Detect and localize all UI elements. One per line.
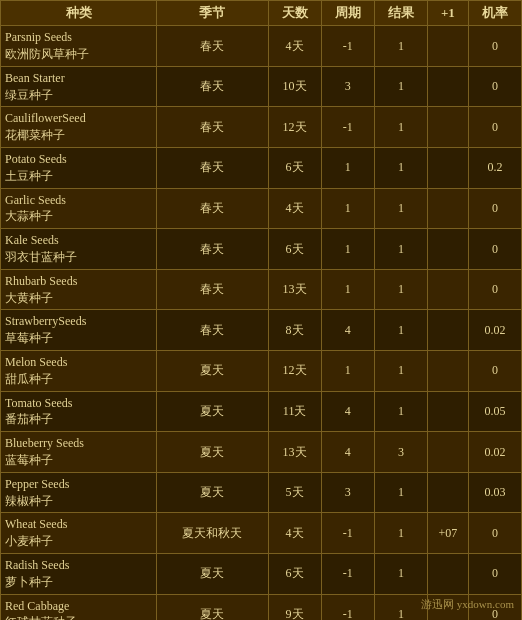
name-cn: 大蒜种子 — [5, 209, 53, 223]
cell-days: 12天 — [268, 107, 321, 148]
cell-cycle: -1 — [321, 553, 374, 594]
cell-season: 夏天 — [157, 553, 268, 594]
name-cn: 小麦种子 — [5, 534, 53, 548]
name-cn: 土豆种子 — [5, 169, 53, 183]
cell-name: Rhubarb Seeds大黄种子 — [1, 269, 157, 310]
table-row: Potato Seeds土豆种子春天6天110.2 — [1, 147, 522, 188]
name-en: Melon Seeds — [5, 355, 67, 369]
cell-result: 1 — [374, 147, 427, 188]
cell-plus1 — [428, 107, 469, 148]
name-en: Red Cabbage — [5, 599, 69, 613]
cell-cycle: 3 — [321, 66, 374, 107]
cell-result: 1 — [374, 66, 427, 107]
cell-plus1 — [428, 472, 469, 513]
header-season: 季节 — [157, 1, 268, 26]
cell-plus1 — [428, 391, 469, 432]
table-row: Pepper Seeds辣椒种子夏天5天310.03 — [1, 472, 522, 513]
name-cn: 花椰菜种子 — [5, 128, 65, 142]
name-en: Pepper Seeds — [5, 477, 69, 491]
cell-days: 4天 — [268, 513, 321, 554]
cell-rate: 0 — [468, 107, 521, 148]
cell-cycle: 1 — [321, 147, 374, 188]
cell-plus1 — [428, 350, 469, 391]
cell-season: 春天 — [157, 310, 268, 351]
cell-result: 1 — [374, 26, 427, 67]
name-en: Bean Starter — [5, 71, 65, 85]
cell-days: 13天 — [268, 432, 321, 473]
cell-cycle: 3 — [321, 472, 374, 513]
name-en: Wheat Seeds — [5, 517, 67, 531]
cell-result: 1 — [374, 107, 427, 148]
table-row: Blueberry Seeds蓝莓种子夏天13天430.02 — [1, 432, 522, 473]
name-cn: 蓝莓种子 — [5, 453, 53, 467]
cell-plus1 — [428, 26, 469, 67]
name-en: Kale Seeds — [5, 233, 59, 247]
cell-season: 春天 — [157, 107, 268, 148]
cell-result: 1 — [374, 269, 427, 310]
watermark: 游迅网 yxdown.com — [421, 597, 514, 612]
cell-rate: 0 — [468, 188, 521, 229]
name-cn: 番茄种子 — [5, 412, 53, 426]
name-cn: 欧洲防风草种子 — [5, 47, 89, 61]
cell-days: 8天 — [268, 310, 321, 351]
cell-season: 春天 — [157, 66, 268, 107]
cell-plus1 — [428, 147, 469, 188]
cell-season: 春天 — [157, 188, 268, 229]
cell-season: 夏天 — [157, 350, 268, 391]
cell-rate: 0 — [468, 269, 521, 310]
cell-days: 4天 — [268, 26, 321, 67]
cell-days: 9天 — [268, 594, 321, 620]
cell-name: Garlic Seeds大蒜种子 — [1, 188, 157, 229]
cell-days: 5天 — [268, 472, 321, 513]
cell-rate: 0 — [468, 26, 521, 67]
cell-name: Parsnip Seeds欧洲防风草种子 — [1, 26, 157, 67]
cell-days: 4天 — [268, 188, 321, 229]
cell-rate: 0 — [468, 350, 521, 391]
name-en: StrawberrySeeds — [5, 314, 86, 328]
table-row: Radish Seeds萝卜种子夏天6天-110 — [1, 553, 522, 594]
name-cn: 草莓种子 — [5, 331, 53, 345]
cell-days: 11天 — [268, 391, 321, 432]
cell-name: Kale Seeds羽衣甘蓝种子 — [1, 229, 157, 270]
header-cycle: 周期 — [321, 1, 374, 26]
cell-name: CauliflowerSeed花椰菜种子 — [1, 107, 157, 148]
cell-season: 春天 — [157, 269, 268, 310]
seeds-table: 种类 季节 天数 周期 结果 +1 机率 Parsnip Seeds欧洲防风草种… — [0, 0, 522, 620]
cell-rate: 0 — [468, 229, 521, 270]
cell-cycle: -1 — [321, 513, 374, 554]
table-row: Rhubarb Seeds大黄种子春天13天110 — [1, 269, 522, 310]
table-row: Kale Seeds羽衣甘蓝种子春天6天110 — [1, 229, 522, 270]
cell-name: Blueberry Seeds蓝莓种子 — [1, 432, 157, 473]
name-cn: 大黄种子 — [5, 291, 53, 305]
name-cn: 绿豆种子 — [5, 88, 53, 102]
name-cn: 辣椒种子 — [5, 494, 53, 508]
cell-season: 夏天 — [157, 432, 268, 473]
cell-plus1 — [428, 188, 469, 229]
cell-result: 1 — [374, 472, 427, 513]
cell-rate: 0.02 — [468, 310, 521, 351]
table-row: Bean Starter绿豆种子春天10天310 — [1, 66, 522, 107]
header-days: 天数 — [268, 1, 321, 26]
cell-rate: 0.03 — [468, 472, 521, 513]
cell-name: Tomato Seeds番茄种子 — [1, 391, 157, 432]
cell-cycle: 1 — [321, 188, 374, 229]
cell-season: 夏天 — [157, 391, 268, 432]
header-name: 种类 — [1, 1, 157, 26]
cell-plus1 — [428, 432, 469, 473]
cell-name: Pepper Seeds辣椒种子 — [1, 472, 157, 513]
cell-rate: 0.2 — [468, 147, 521, 188]
cell-plus1: +07 — [428, 513, 469, 554]
cell-cycle: -1 — [321, 26, 374, 67]
cell-plus1 — [428, 66, 469, 107]
cell-name: Red Cabbage红球甘蓝种子 — [1, 594, 157, 620]
cell-rate: 0.02 — [468, 432, 521, 473]
name-en: Radish Seeds — [5, 558, 69, 572]
cell-cycle: 4 — [321, 432, 374, 473]
table-row: Garlic Seeds大蒜种子春天4天110 — [1, 188, 522, 229]
cell-cycle: 4 — [321, 391, 374, 432]
table-row: Tomato Seeds番茄种子夏天11天410.05 — [1, 391, 522, 432]
cell-plus1 — [428, 229, 469, 270]
cell-name: StrawberrySeeds草莓种子 — [1, 310, 157, 351]
cell-days: 12天 — [268, 350, 321, 391]
table-row: Wheat Seeds小麦种子夏天和秋天4天-11+070 — [1, 513, 522, 554]
